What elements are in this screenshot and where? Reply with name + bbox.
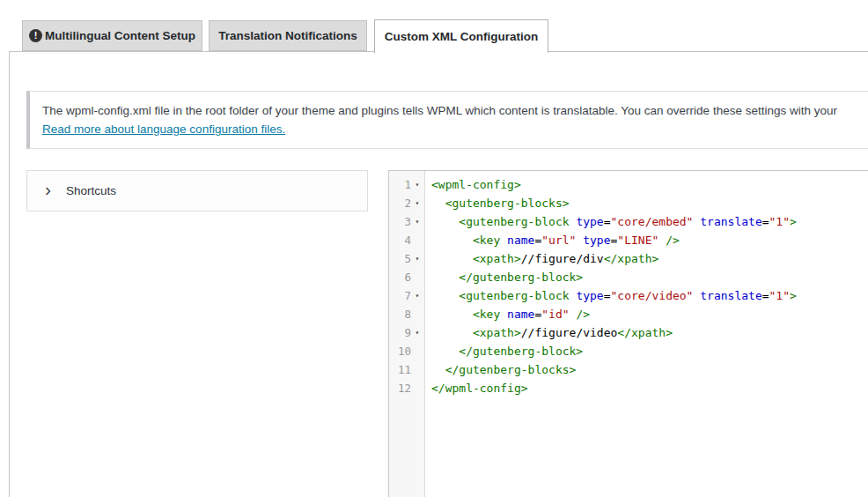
gutter-line: 12 [389,379,424,397]
code-line[interactable]: </gutenberg-blocks> [431,360,868,379]
code-line[interactable]: <key name="url" type="LINE" /> [431,231,868,249]
fold-arrow-icon[interactable]: ▾ [411,329,423,337]
line-number: 8 [389,308,411,321]
code-line[interactable]: <gutenberg-block type="core/video" trans… [431,286,868,305]
fold-arrow-icon[interactable]: ▾ [411,255,423,263]
line-number: 5 [389,252,411,265]
gutter-line: 3▾ [389,212,424,231]
editor-gutter: 1▾2▾3▾45▾67▾89▾101112 [389,171,425,497]
line-number: 12 [389,382,411,395]
code-line[interactable]: <xpath>//figure/div</xpath> [431,249,868,268]
fold-arrow-icon[interactable]: ▾ [411,199,423,207]
chevron-right-icon: › [45,183,51,196]
line-number: 2 [389,197,411,210]
tab-multilingual-content-setup[interactable]: ! Multilingual Content Setup [22,20,202,51]
gutter-line: 6 [389,268,424,286]
tab-translation-notifications[interactable]: Translation Notifications [209,20,367,51]
shortcuts-toggle[interactable]: › Shortcuts [26,170,368,211]
wpml-settings-page: ! Multilingual Content Setup Translation… [0,0,868,497]
settings-tabbar: ! Multilingual Content Setup Translation… [0,20,868,53]
line-number: 1 [389,178,411,191]
gutter-line: 11 [389,360,424,379]
xml-code-editor[interactable]: 1▾2▾3▾45▾67▾89▾101112 <wpml-config> <gut… [388,170,868,497]
code-line[interactable]: <gutenberg-blocks> [431,194,868,212]
line-number: 4 [389,234,411,247]
editor-code[interactable]: <wpml-config> <gutenberg-blocks> <gutenb… [425,171,868,497]
gutter-line: 2▾ [389,194,424,212]
line-number: 3 [389,215,411,228]
tab-label: Translation Notifications [218,21,357,51]
code-line[interactable]: <key name="id" /> [431,305,868,323]
shortcuts-label: Shortcuts [66,184,116,197]
code-line[interactable]: </wpml-config> [431,379,868,397]
tab-label: Multilingual Content Setup [45,21,195,51]
line-number: 11 [389,363,411,376]
gutter-line: 8 [389,305,424,323]
code-line[interactable]: <gutenberg-block type="core/embed" trans… [431,212,868,231]
custom-xml-configuration-panel: The wpml-config.xml file in the root fol… [9,51,868,497]
line-number: 9 [389,326,411,339]
gutter-line: 7▾ [389,286,424,305]
read-more-link[interactable]: Read more about language configuration f… [42,122,285,136]
fold-arrow-icon[interactable]: ▾ [411,181,423,189]
gutter-line: 5▾ [389,249,424,268]
code-line[interactable]: </gutenberg-block> [431,268,868,286]
code-line[interactable]: </gutenberg-block> [431,342,868,360]
fold-arrow-icon[interactable]: ▾ [411,292,423,300]
line-number: 6 [389,271,411,284]
tab-label: Custom XML Configuration [385,22,539,52]
line-number: 7 [389,289,411,302]
warning-icon: ! [29,29,42,42]
config-info-notice: The wpml-config.xml file in the root fol… [26,91,868,149]
fold-arrow-icon[interactable]: ▾ [411,218,423,226]
tab-custom-xml-configuration[interactable]: Custom XML Configuration [374,19,548,53]
code-line[interactable]: <xpath>//figure/video</xpath> [431,323,868,342]
line-number: 10 [389,345,411,358]
notice-text: The wpml-config.xml file in the root fol… [42,102,860,120]
gutter-line: 9▾ [389,323,424,342]
gutter-line: 4 [389,231,424,249]
code-line[interactable]: <wpml-config> [431,175,868,194]
gutter-line: 1▾ [389,175,424,194]
gutter-line: 10 [389,342,424,360]
